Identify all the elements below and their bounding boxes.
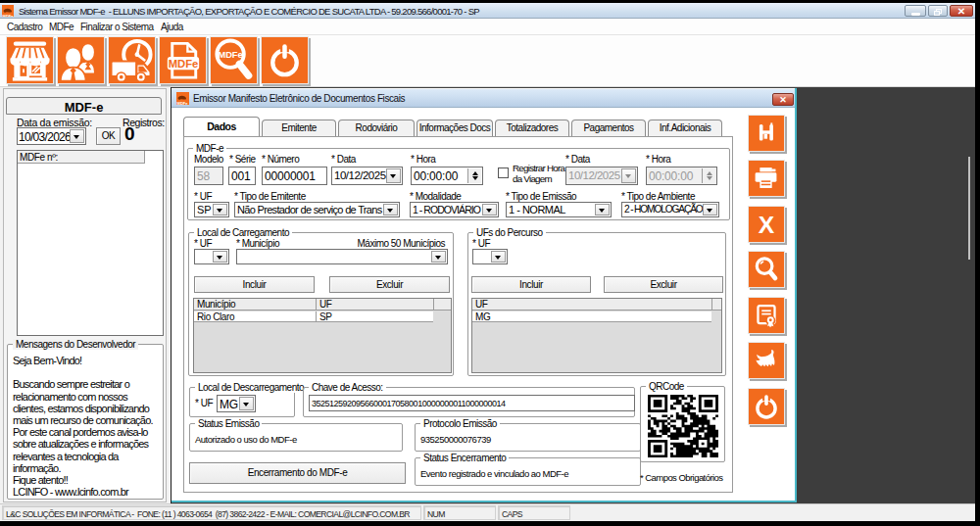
svg-text:MDFe: MDFe [177, 101, 188, 106]
svg-text:MDFe: MDFe [3, 14, 14, 18]
svg-text:MDFe: MDFe [218, 50, 242, 60]
svg-text:X: X [759, 212, 775, 238]
svg-text:MDFe: MDFe [169, 58, 199, 70]
